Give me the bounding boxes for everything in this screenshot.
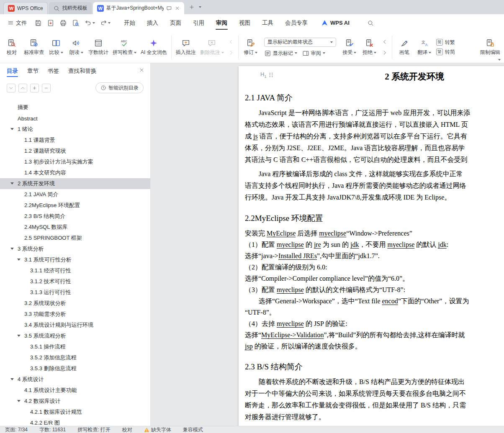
status-兼容模式[interactable]: 兼容模式 [183, 426, 203, 433]
toc-item[interactable]: 4.1 系统设计主要功能 [0, 385, 150, 396]
collapse-triangle-icon[interactable] [17, 335, 21, 337]
insert-comment-button[interactable]: 插入批注 [174, 34, 198, 61]
toc-item[interactable]: 3.5.3 删除信息流程 [0, 363, 150, 374]
collapse-triangle-icon[interactable] [10, 182, 14, 184]
menu-tab-会员专享[interactable]: 会员专享 [279, 14, 314, 31]
review-pane-button[interactable]: 审阅 [302, 50, 325, 57]
print-preview-button[interactable] [70, 18, 81, 28]
toc-item[interactable]: 4.2 数据库设计 [0, 396, 150, 407]
smart-toc-button[interactable]: 智能识别目录 [95, 82, 144, 93]
menu-tab-视图[interactable]: 视图 [233, 14, 256, 31]
file-menu-button[interactable]: 文件 [4, 19, 30, 27]
toc-item[interactable]: 4.2.2 E/R 图 [0, 418, 150, 426]
template-tab[interactable]: 找稻壳模板 [49, 2, 92, 14]
toc-item[interactable]: 1.3 初步设计方法与实施方案 [0, 156, 150, 167]
status-页面[interactable]: 页面: 7/34 [5, 426, 28, 433]
menu-tab-开始[interactable]: 开始 [118, 14, 141, 31]
ai-polish-button[interactable]: AI 全文润色 [139, 34, 169, 61]
toc-item[interactable]: 3.1.2 技术可行性 [0, 276, 150, 287]
zoom-in-button[interactable] [30, 84, 39, 92]
markup-state-combobox[interactable]: 显示标记的最终状态 [264, 38, 336, 47]
toc-item[interactable]: 3.5.2 添加信息流程 [0, 352, 150, 363]
toc-item[interactable]: 3 系统分析 [0, 243, 150, 254]
toc-item[interactable]: 2.2MyEclipse 环境配置 [0, 200, 150, 211]
toc-item[interactable]: 2.4MySQL 数据库 [0, 222, 150, 233]
tab-list-chevron-icon[interactable] [199, 6, 201, 8]
standard-audit-button[interactable]: 标准审查 [22, 34, 46, 61]
status-缺失字体[interactable]: 缺失字体 [144, 426, 171, 433]
status-拼写检查[interactable]: 拼写检查: 打开 [77, 426, 111, 433]
translate-button[interactable]: 文A翻译 [414, 34, 435, 61]
wps-ai-button[interactable]: WPS AI [321, 19, 350, 26]
toc-item[interactable]: 1.1 课题背景 [0, 135, 150, 146]
menu-tab-审阅[interactable]: 审阅 [210, 14, 233, 31]
toc-item[interactable]: 3.1 系统可行性分析 [0, 254, 150, 265]
track-changes-button[interactable]: 修订 [241, 34, 261, 61]
status-校对[interactable]: 校对 [122, 426, 132, 433]
toc-item[interactable]: Abstract [0, 113, 150, 124]
save-button[interactable] [33, 18, 44, 28]
read-aloud-button[interactable]: 朗读 [66, 34, 86, 61]
word-count-button[interactable]: 123字数统计 [86, 34, 111, 61]
new-tab-button[interactable] [189, 4, 195, 10]
ink-pen-button[interactable]: 画笔 [394, 34, 414, 61]
sidebar-tab-目录[interactable]: 目录 [7, 63, 18, 79]
search-button[interactable] [367, 20, 374, 26]
chat-icon[interactable] [166, 5, 172, 11]
toc-item[interactable]: 3.1.1 经济可行性 [0, 265, 150, 276]
sidebar-tab-书签[interactable]: 书签 [48, 63, 59, 79]
to-traditional-button[interactable]: 简转繁 [436, 39, 455, 46]
restrict-edit-button[interactable]: 限制编辑 [478, 34, 502, 61]
toc-item[interactable]: 2.1 JAVA 简介 [0, 189, 150, 200]
collapse-ribbon-icon[interactable] [498, 59, 501, 61]
sidebar-tab-章节[interactable]: 章节 [27, 63, 39, 79]
menu-tab-插入[interactable]: 插入 [141, 14, 164, 31]
zoom-out-button[interactable] [42, 84, 51, 92]
compare-button[interactable]: 比较 [46, 34, 66, 61]
reject-button[interactable]: 拒绝 [360, 34, 380, 61]
output-button[interactable] [45, 18, 56, 28]
collapse-triangle-icon[interactable] [17, 259, 21, 261]
toc-item[interactable]: 3.5.1 操作流程 [0, 341, 150, 352]
toc-item[interactable]: 1.2 课题研究现状 [0, 146, 150, 156]
toc-item[interactable]: 3.1.3 运行可行性 [0, 287, 150, 298]
toc-item[interactable]: 1 绪论 [0, 124, 150, 135]
prev-change-button[interactable] [381, 38, 389, 46]
undo-button[interactable] [83, 18, 97, 28]
toc-item[interactable]: 1.4 本文研究内容 [0, 167, 150, 178]
toc-item[interactable]: 2.3 B/S 结构简介 [0, 211, 150, 222]
proofread-button[interactable]: 校对 [2, 34, 22, 61]
show-markup-button[interactable]: 显示标记 [264, 50, 297, 57]
toc-item[interactable]: 3.5 系统流程分析 [0, 331, 150, 341]
document-tab[interactable]: W 基于Java+SpringBoot+MyS [93, 2, 184, 14]
menu-tab-工具[interactable]: 工具 [256, 14, 279, 31]
toc-item[interactable]: 2 系统开发环境 [0, 178, 150, 189]
toc-item[interactable]: 3.4 系统设计规则与运行环境 [0, 320, 150, 331]
spell-check-button[interactable]: ABC拼写检查 [111, 34, 139, 61]
collapse-triangle-icon[interactable] [10, 378, 14, 380]
close-tab-icon[interactable] [175, 5, 180, 11]
collapse-all-button[interactable] [7, 84, 15, 92]
expand-all-button[interactable] [18, 84, 27, 92]
next-change-button[interactable] [381, 49, 389, 57]
toc-item[interactable]: 3.2 系统现状分析 [0, 298, 150, 309]
to-simplified-button[interactable]: 繁转简 [436, 49, 455, 56]
toc-item[interactable]: 2.5 SPRINGBOOT 框架 [0, 233, 150, 243]
toc-item[interactable]: 4 系统设计 [0, 374, 150, 385]
toc-item[interactable]: 3.3 功能需求分析 [0, 309, 150, 320]
collapse-triangle-icon[interactable] [17, 400, 21, 402]
collapse-triangle-icon[interactable] [10, 128, 14, 130]
print-button[interactable] [58, 18, 69, 28]
menu-tab-引用[interactable]: 引用 [187, 14, 210, 31]
close-sidebar-icon[interactable] [139, 67, 144, 73]
accept-button[interactable]: 接受 [339, 34, 360, 61]
menu-tab-页面[interactable]: 页面 [164, 14, 187, 31]
sidebar-tab-查找和替换[interactable]: 查找和替换 [68, 63, 97, 79]
status-字数[interactable]: 字数: 11631 [39, 426, 66, 433]
app-tab-wps-office[interactable]: W WPS Office [3, 2, 48, 14]
collapse-triangle-icon[interactable] [10, 248, 14, 250]
redo-button[interactable] [98, 18, 112, 28]
toc-item[interactable]: 4.2.1 数据库设计规范 [0, 407, 150, 418]
document-page[interactable]: H1 2 系统开发环境2.1 JAVA 简介JavaScript 是一种网络脚本… [239, 66, 504, 426]
heading-drag-handle[interactable]: H1 [260, 71, 273, 79]
